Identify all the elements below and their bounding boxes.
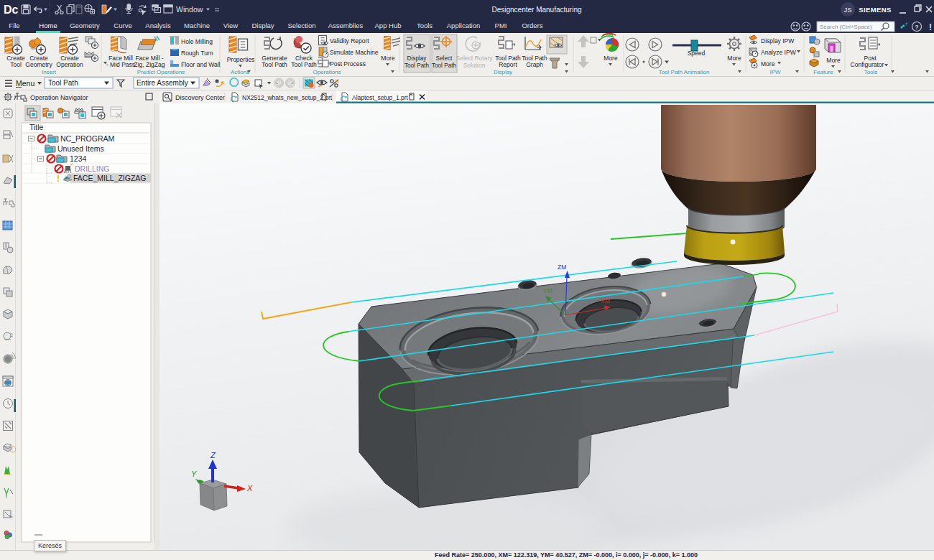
svg-text:XM: XM — [601, 297, 610, 304]
svg-text:Tool Path: Tool Path — [48, 79, 78, 87]
svg-text:Menu: Menu — [16, 79, 34, 88]
svg-text:Properties: Properties — [227, 56, 255, 63]
svg-text:YM: YM — [543, 287, 552, 294]
svg-text:Entire Assembly: Entire Assembly — [137, 79, 188, 87]
svg-text:Select: Select — [436, 55, 453, 62]
svg-text:Dc: Dc — [4, 4, 19, 16]
svg-text:Display: Display — [494, 69, 512, 75]
svg-text:?: ? — [915, 24, 919, 31]
svg-text:- Mid Pass: - Mid Pass — [106, 61, 135, 68]
svg-text:Unused Items: Unused Items — [57, 144, 104, 153]
svg-text:Actions: Actions — [231, 69, 249, 75]
svg-text:More: More — [604, 55, 618, 62]
svg-text:!: ! — [929, 22, 932, 32]
svg-text:Alaptest_setup_1.prt: Alaptest_setup_1.prt — [352, 94, 409, 101]
svg-text:Validity Report: Validity Report — [330, 37, 369, 45]
svg-text:Rough Turn: Rough Turn — [181, 50, 213, 57]
svg-text:Display IPW: Display IPW — [761, 37, 794, 45]
svg-text:Tool: Tool — [10, 61, 22, 68]
svg-text:Z: Z — [210, 451, 216, 459]
svg-text:More: More — [761, 60, 775, 67]
svg-text:Discovery Center: Discovery Center — [175, 94, 225, 101]
svg-text:NX2512_whats_new_setup_2.prt: NX2512_whats_new_setup_2.prt — [242, 94, 333, 101]
svg-text:Report: Report — [499, 61, 517, 68]
svg-text:Simulate Machine: Simulate Machine — [330, 49, 379, 56]
svg-text:Display: Display — [407, 55, 427, 62]
svg-text:Operation: Operation — [56, 61, 83, 68]
svg-text:Y: Y — [191, 470, 197, 478]
svg-text:Feature: Feature — [813, 69, 833, 75]
svg-text:Analyze IPW: Analyze IPW — [761, 49, 796, 56]
svg-text:Graph: Graph — [526, 61, 543, 68]
svg-text:Speed: Speed — [688, 50, 706, 57]
svg-text:Geometry: Geometry — [25, 61, 52, 68]
svg-text:Tool Path: Tool Path — [262, 61, 287, 68]
svg-text:Floor and Wall: Floor and Wall — [181, 61, 221, 68]
svg-text:SIEMENS: SIEMENS — [859, 6, 892, 14]
svg-text:More: More — [381, 55, 395, 62]
svg-text:Predict Operations: Predict Operations — [137, 69, 185, 75]
svg-text:Insert: Insert — [42, 69, 57, 75]
svg-text:Title: Title — [29, 123, 44, 131]
svg-text:!: ! — [57, 174, 60, 184]
svg-text:1234: 1234 — [70, 154, 87, 163]
svg-text:Tool Path: Tool Path — [432, 62, 457, 69]
svg-text:Zig, ZigZag: Zig, ZigZag — [134, 61, 165, 68]
svg-text:More: More — [826, 57, 841, 64]
svg-text:FACE_MILL_ZIGZAG: FACE_MILL_ZIGZAG — [73, 174, 147, 182]
svg-text:DRILLING: DRILLING — [75, 164, 109, 173]
svg-text:Solution: Solution — [463, 62, 486, 69]
svg-text:Hole Milling: Hole Milling — [181, 38, 213, 45]
svg-text:Tool Path: Tool Path — [291, 61, 317, 68]
svg-text:Post Process: Post Process — [330, 60, 366, 67]
svg-text:More: More — [727, 55, 741, 62]
svg-text:X: X — [246, 484, 253, 493]
svg-text:IPW: IPW — [769, 69, 781, 75]
svg-text:Tool Path: Tool Path — [404, 62, 430, 69]
svg-text:Select Rotary: Select Rotary — [456, 55, 493, 62]
svg-text:Configurator: Configurator — [851, 61, 884, 68]
svg-text:Operation Navigator: Operation Navigator — [30, 94, 88, 101]
svg-text:Operations: Operations — [313, 69, 341, 75]
svg-text:NC_PROGRAM: NC_PROGRAM — [60, 134, 114, 143]
svg-text:Tools: Tools — [864, 69, 878, 75]
svg-text:Designcenter Manufacturing: Designcenter Manufacturing — [491, 6, 581, 14]
svg-text:JS: JS — [843, 6, 851, 14]
svg-text:Window: Window — [176, 5, 203, 14]
svg-text:Search (Ctrl+Space): Search (Ctrl+Space) — [820, 24, 872, 30]
svg-text:Tool Path Animation: Tool Path Animation — [659, 69, 710, 75]
svg-text:ZM: ZM — [558, 263, 566, 271]
